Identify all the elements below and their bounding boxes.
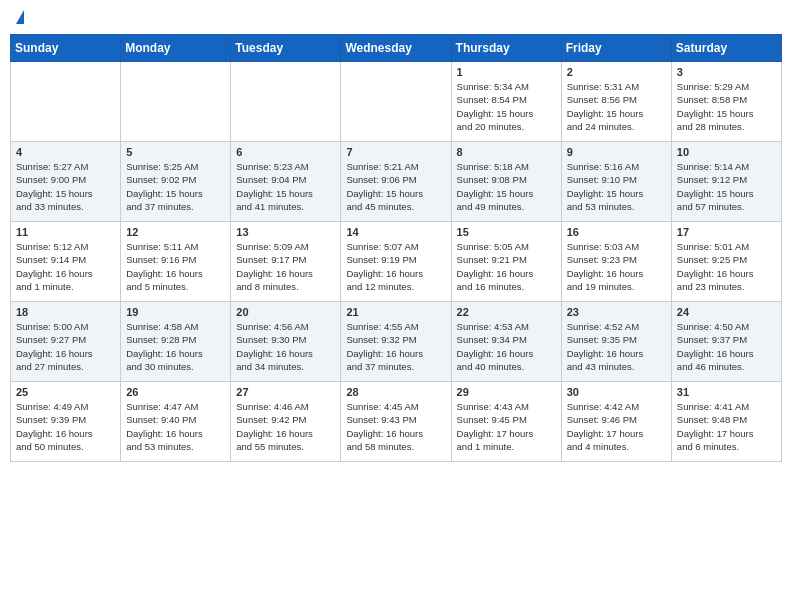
day-info: Sunrise: 4:56 AM Sunset: 9:30 PM Dayligh… (236, 320, 335, 373)
day-info: Sunrise: 4:55 AM Sunset: 9:32 PM Dayligh… (346, 320, 445, 373)
day-number: 28 (346, 386, 445, 398)
day-number: 30 (567, 386, 666, 398)
day-info: Sunrise: 4:43 AM Sunset: 9:45 PM Dayligh… (457, 400, 556, 453)
weekday-header-saturday: Saturday (671, 35, 781, 62)
day-info: Sunrise: 5:07 AM Sunset: 9:19 PM Dayligh… (346, 240, 445, 293)
calendar-cell (231, 62, 341, 142)
day-number: 27 (236, 386, 335, 398)
calendar-cell: 8Sunrise: 5:18 AM Sunset: 9:08 PM Daylig… (451, 142, 561, 222)
calendar-cell: 11Sunrise: 5:12 AM Sunset: 9:14 PM Dayli… (11, 222, 121, 302)
day-number: 24 (677, 306, 776, 318)
week-row-5: 25Sunrise: 4:49 AM Sunset: 9:39 PM Dayli… (11, 382, 782, 462)
day-number: 9 (567, 146, 666, 158)
day-info: Sunrise: 4:45 AM Sunset: 9:43 PM Dayligh… (346, 400, 445, 453)
day-info: Sunrise: 5:34 AM Sunset: 8:54 PM Dayligh… (457, 80, 556, 133)
day-info: Sunrise: 4:58 AM Sunset: 9:28 PM Dayligh… (126, 320, 225, 373)
calendar-cell: 22Sunrise: 4:53 AM Sunset: 9:34 PM Dayli… (451, 302, 561, 382)
calendar-table: SundayMondayTuesdayWednesdayThursdayFrid… (10, 34, 782, 462)
calendar-cell (121, 62, 231, 142)
day-info: Sunrise: 5:11 AM Sunset: 9:16 PM Dayligh… (126, 240, 225, 293)
calendar-cell: 4Sunrise: 5:27 AM Sunset: 9:00 PM Daylig… (11, 142, 121, 222)
logo (14, 10, 24, 26)
calendar-cell: 5Sunrise: 5:25 AM Sunset: 9:02 PM Daylig… (121, 142, 231, 222)
day-info: Sunrise: 5:18 AM Sunset: 9:08 PM Dayligh… (457, 160, 556, 213)
calendar-cell: 16Sunrise: 5:03 AM Sunset: 9:23 PM Dayli… (561, 222, 671, 302)
calendar-cell: 13Sunrise: 5:09 AM Sunset: 9:17 PM Dayli… (231, 222, 341, 302)
day-info: Sunrise: 5:23 AM Sunset: 9:04 PM Dayligh… (236, 160, 335, 213)
week-row-2: 4Sunrise: 5:27 AM Sunset: 9:00 PM Daylig… (11, 142, 782, 222)
day-number: 21 (346, 306, 445, 318)
weekday-header-friday: Friday (561, 35, 671, 62)
calendar-cell: 27Sunrise: 4:46 AM Sunset: 9:42 PM Dayli… (231, 382, 341, 462)
calendar-cell: 1Sunrise: 5:34 AM Sunset: 8:54 PM Daylig… (451, 62, 561, 142)
day-number: 2 (567, 66, 666, 78)
weekday-header-tuesday: Tuesday (231, 35, 341, 62)
calendar-cell: 23Sunrise: 4:52 AM Sunset: 9:35 PM Dayli… (561, 302, 671, 382)
calendar-cell: 14Sunrise: 5:07 AM Sunset: 9:19 PM Dayli… (341, 222, 451, 302)
day-number: 10 (677, 146, 776, 158)
day-info: Sunrise: 5:00 AM Sunset: 9:27 PM Dayligh… (16, 320, 115, 373)
calendar-cell: 12Sunrise: 5:11 AM Sunset: 9:16 PM Dayli… (121, 222, 231, 302)
day-info: Sunrise: 5:12 AM Sunset: 9:14 PM Dayligh… (16, 240, 115, 293)
weekday-header-wednesday: Wednesday (341, 35, 451, 62)
calendar-cell: 10Sunrise: 5:14 AM Sunset: 9:12 PM Dayli… (671, 142, 781, 222)
day-info: Sunrise: 5:01 AM Sunset: 9:25 PM Dayligh… (677, 240, 776, 293)
day-info: Sunrise: 5:05 AM Sunset: 9:21 PM Dayligh… (457, 240, 556, 293)
day-number: 23 (567, 306, 666, 318)
day-number: 20 (236, 306, 335, 318)
calendar-cell: 29Sunrise: 4:43 AM Sunset: 9:45 PM Dayli… (451, 382, 561, 462)
calendar-cell: 9Sunrise: 5:16 AM Sunset: 9:10 PM Daylig… (561, 142, 671, 222)
calendar-cell: 26Sunrise: 4:47 AM Sunset: 9:40 PM Dayli… (121, 382, 231, 462)
day-info: Sunrise: 5:14 AM Sunset: 9:12 PM Dayligh… (677, 160, 776, 213)
day-number: 13 (236, 226, 335, 238)
calendar-cell: 2Sunrise: 5:31 AM Sunset: 8:56 PM Daylig… (561, 62, 671, 142)
day-number: 25 (16, 386, 115, 398)
day-info: Sunrise: 4:42 AM Sunset: 9:46 PM Dayligh… (567, 400, 666, 453)
day-info: Sunrise: 4:47 AM Sunset: 9:40 PM Dayligh… (126, 400, 225, 453)
day-info: Sunrise: 4:41 AM Sunset: 9:48 PM Dayligh… (677, 400, 776, 453)
day-info: Sunrise: 5:09 AM Sunset: 9:17 PM Dayligh… (236, 240, 335, 293)
day-info: Sunrise: 4:50 AM Sunset: 9:37 PM Dayligh… (677, 320, 776, 373)
day-number: 5 (126, 146, 225, 158)
day-number: 22 (457, 306, 556, 318)
weekday-header-row: SundayMondayTuesdayWednesdayThursdayFrid… (11, 35, 782, 62)
day-number: 12 (126, 226, 225, 238)
calendar-cell: 17Sunrise: 5:01 AM Sunset: 9:25 PM Dayli… (671, 222, 781, 302)
day-number: 18 (16, 306, 115, 318)
calendar-cell: 30Sunrise: 4:42 AM Sunset: 9:46 PM Dayli… (561, 382, 671, 462)
day-number: 29 (457, 386, 556, 398)
day-number: 11 (16, 226, 115, 238)
day-info: Sunrise: 4:49 AM Sunset: 9:39 PM Dayligh… (16, 400, 115, 453)
day-info: Sunrise: 5:27 AM Sunset: 9:00 PM Dayligh… (16, 160, 115, 213)
day-number: 3 (677, 66, 776, 78)
calendar-cell: 6Sunrise: 5:23 AM Sunset: 9:04 PM Daylig… (231, 142, 341, 222)
day-number: 4 (16, 146, 115, 158)
calendar-cell: 19Sunrise: 4:58 AM Sunset: 9:28 PM Dayli… (121, 302, 231, 382)
day-number: 16 (567, 226, 666, 238)
day-info: Sunrise: 5:03 AM Sunset: 9:23 PM Dayligh… (567, 240, 666, 293)
day-info: Sunrise: 4:46 AM Sunset: 9:42 PM Dayligh… (236, 400, 335, 453)
calendar-cell (341, 62, 451, 142)
calendar-cell: 25Sunrise: 4:49 AM Sunset: 9:39 PM Dayli… (11, 382, 121, 462)
calendar-cell: 20Sunrise: 4:56 AM Sunset: 9:30 PM Dayli… (231, 302, 341, 382)
day-number: 7 (346, 146, 445, 158)
weekday-header-thursday: Thursday (451, 35, 561, 62)
day-number: 15 (457, 226, 556, 238)
calendar-cell: 24Sunrise: 4:50 AM Sunset: 9:37 PM Dayli… (671, 302, 781, 382)
day-info: Sunrise: 5:21 AM Sunset: 9:06 PM Dayligh… (346, 160, 445, 213)
day-info: Sunrise: 5:29 AM Sunset: 8:58 PM Dayligh… (677, 80, 776, 133)
calendar-cell: 28Sunrise: 4:45 AM Sunset: 9:43 PM Dayli… (341, 382, 451, 462)
weekday-header-sunday: Sunday (11, 35, 121, 62)
week-row-3: 11Sunrise: 5:12 AM Sunset: 9:14 PM Dayli… (11, 222, 782, 302)
calendar-cell: 3Sunrise: 5:29 AM Sunset: 8:58 PM Daylig… (671, 62, 781, 142)
day-number: 17 (677, 226, 776, 238)
day-number: 31 (677, 386, 776, 398)
day-number: 8 (457, 146, 556, 158)
logo-bird-icon (16, 10, 24, 24)
day-info: Sunrise: 4:53 AM Sunset: 9:34 PM Dayligh… (457, 320, 556, 373)
day-number: 26 (126, 386, 225, 398)
day-info: Sunrise: 5:25 AM Sunset: 9:02 PM Dayligh… (126, 160, 225, 213)
calendar-cell: 7Sunrise: 5:21 AM Sunset: 9:06 PM Daylig… (341, 142, 451, 222)
day-number: 14 (346, 226, 445, 238)
calendar-cell (11, 62, 121, 142)
